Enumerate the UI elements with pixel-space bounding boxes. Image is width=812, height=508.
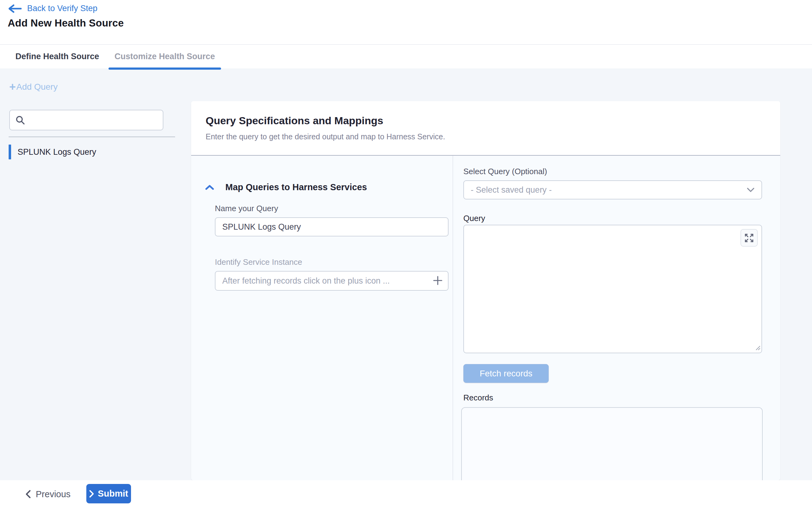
add-query-button[interactable]: + Add Query xyxy=(9,81,58,92)
name-your-query-label: Name your Query xyxy=(215,204,278,213)
plus-icon xyxy=(432,275,443,286)
query-textarea[interactable] xyxy=(464,225,762,353)
panel-header: Query Specifications and Mappings Enter … xyxy=(191,101,780,155)
sidebar-item-splunk-logs-query[interactable]: SPLUNK Logs Query xyxy=(0,143,173,161)
submit-button[interactable]: Submit xyxy=(86,484,131,503)
query-label: Query xyxy=(463,214,485,223)
previous-button[interactable]: Previous xyxy=(19,484,77,504)
tab-define-health-source[interactable]: Define Health Source xyxy=(9,45,105,69)
add-query-label: Add Query xyxy=(16,82,58,92)
sidebar-divider xyxy=(9,136,175,137)
saved-query-placeholder: - Select saved query - xyxy=(471,185,552,195)
query-column: Select Query (Optional) - Select saved q… xyxy=(453,156,780,480)
search-icon xyxy=(15,115,25,125)
previous-button-label: Previous xyxy=(36,489,71,499)
query-item-label: SPLUNK Logs Query xyxy=(17,147,96,157)
panel-title: Query Specifications and Mappings xyxy=(206,115,780,127)
resize-grip-handle[interactable] xyxy=(754,344,761,352)
chevron-down-icon xyxy=(746,187,755,193)
query-specifications-panel: Query Specifications and Mappings Enter … xyxy=(191,101,780,480)
tab-customize-health-source[interactable]: Customize Health Source xyxy=(109,45,221,69)
records-panel xyxy=(461,407,763,480)
map-queries-section-title: Map Queries to Harness Services xyxy=(225,182,367,193)
records-label: Records xyxy=(463,393,493,403)
submit-button-label: Submit xyxy=(98,489,128,499)
select-query-label: Select Query (Optional) xyxy=(463,167,547,176)
map-queries-collapse-toggle[interactable]: Map Queries to Harness Services xyxy=(205,182,367,193)
page-root: Back to Verify Step Add New Health Sourc… xyxy=(0,0,812,508)
expand-icon xyxy=(744,233,754,243)
add-service-instance-button[interactable] xyxy=(432,275,443,287)
header: Back to Verify Step Add New Health Sourc… xyxy=(0,0,812,69)
back-link-label: Back to Verify Step xyxy=(27,4,97,13)
service-instance-field xyxy=(215,271,448,291)
query-editor xyxy=(463,225,762,353)
service-instance-input[interactable] xyxy=(215,271,448,291)
arrow-left-icon xyxy=(9,4,22,13)
saved-query-dropdown[interactable]: - Select saved query - xyxy=(463,180,762,200)
panel-body: Map Queries to Harness Services Name you… xyxy=(191,156,780,480)
page-title: Add New Health Source xyxy=(8,17,124,29)
tab-bar: Define Health Source Customize Health So… xyxy=(0,44,812,69)
footer-bar: Previous Submit xyxy=(0,480,812,508)
back-link[interactable]: Back to Verify Step xyxy=(9,4,97,13)
fetch-records-button[interactable]: Fetch records xyxy=(463,364,549,383)
query-name-input[interactable] xyxy=(215,217,448,237)
content-area: + Add Query SPLUNK Logs Query Query Spec… xyxy=(0,69,812,480)
expand-query-button[interactable] xyxy=(740,229,758,247)
chevron-up-icon xyxy=(205,184,214,191)
selected-indicator-bar xyxy=(9,144,11,159)
plus-icon: + xyxy=(9,81,16,92)
chevron-left-icon xyxy=(25,490,31,499)
query-search-box[interactable] xyxy=(9,110,163,130)
panel-subtitle: Enter the query to get the desired outpu… xyxy=(206,132,780,141)
identify-service-instance-label: Identify Service Instance xyxy=(215,257,302,267)
search-input[interactable] xyxy=(29,110,163,130)
chevron-right-icon xyxy=(89,490,94,498)
